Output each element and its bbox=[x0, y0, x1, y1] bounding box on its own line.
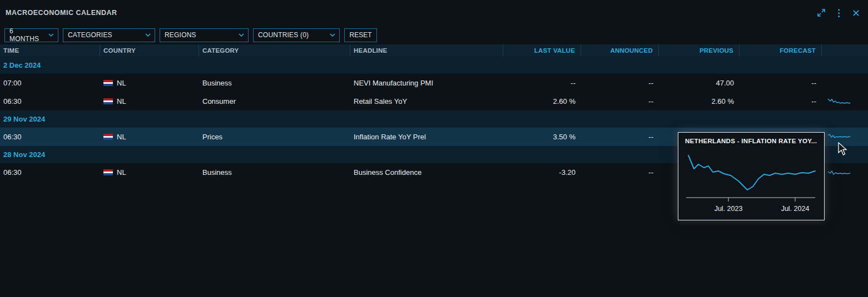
country-code: NL bbox=[117, 79, 126, 87]
history-sparkline-icon bbox=[827, 133, 851, 141]
expand-icon[interactable] bbox=[817, 7, 826, 18]
column-header-announced[interactable]: ANNOUNCED bbox=[581, 44, 659, 57]
country-cell: NL bbox=[100, 168, 199, 177]
headline-cell: Retail Sales YoY bbox=[350, 97, 503, 105]
table-row[interactable]: 07:00 NL Business NEVI Manufacturing PMI… bbox=[0, 74, 868, 92]
country-cell: NL bbox=[100, 133, 199, 141]
title-bar: MACROECONOMIC CALENDAR ⋮ bbox=[0, 0, 868, 26]
column-header-country[interactable]: COUNTRY bbox=[100, 44, 199, 57]
headline-cell: Inflation Rate YoY Prel bbox=[350, 133, 503, 141]
chevron-down-icon bbox=[145, 33, 151, 37]
tooltip-axis-label-left: Jul. 2023 bbox=[715, 205, 743, 213]
flag-nl-icon bbox=[103, 134, 113, 140]
sparkline-cell[interactable] bbox=[822, 133, 868, 141]
headline-cell: Business Confidence bbox=[350, 168, 503, 177]
country-cell: NL bbox=[100, 97, 199, 105]
categories-dropdown-label: CATEGORIES bbox=[68, 31, 112, 39]
categories-dropdown[interactable]: CATEGORIES bbox=[63, 28, 155, 42]
sparkline-cell[interactable] bbox=[822, 168, 868, 177]
time-cell: 06:30 bbox=[0, 133, 100, 141]
history-sparkline-icon bbox=[827, 97, 851, 105]
regions-dropdown-label: REGIONS bbox=[165, 31, 196, 39]
macro-calendar-panel: MACROECONOMIC CALENDAR ⋮ 6 MONTHS CATEGO… bbox=[0, 0, 868, 297]
chevron-down-icon bbox=[239, 33, 244, 37]
chevron-down-icon bbox=[48, 33, 54, 37]
last-value-cell: 3.50 % bbox=[503, 133, 581, 141]
last-value-cell: -3.20 bbox=[503, 168, 581, 177]
column-header-previous[interactable]: PREVIOUS bbox=[659, 44, 740, 57]
countries-dropdown[interactable]: COUNTRIES (0) bbox=[253, 28, 340, 42]
column-header-category[interactable]: CATEGORY bbox=[199, 44, 350, 57]
column-header-sparkline bbox=[822, 44, 868, 57]
time-cell: 07:00 bbox=[0, 79, 100, 87]
category-cell: Prices bbox=[199, 133, 350, 141]
tooltip-title: NETHERLANDS - INFLATION RATE YOY... bbox=[678, 133, 824, 145]
time-cell: 06:30 bbox=[0, 97, 100, 105]
date-label: 28 Nov 2024 bbox=[3, 150, 45, 159]
filter-bar: 6 MONTHS CATEGORIES REGIONS COUNTRIES (0… bbox=[0, 26, 868, 44]
category-cell: Business bbox=[199, 168, 350, 177]
table-row[interactable]: 06:30 NL Consumer Retail Sales YoY 2.60 … bbox=[0, 92, 868, 110]
flag-nl-icon bbox=[103, 80, 113, 86]
date-label: 29 Nov 2024 bbox=[3, 115, 45, 123]
reset-button[interactable]: RESET bbox=[344, 28, 377, 42]
country-code: NL bbox=[117, 97, 126, 105]
flag-nl-icon bbox=[103, 169, 113, 175]
sparkline-cell[interactable] bbox=[822, 97, 868, 105]
regions-dropdown[interactable]: REGIONS bbox=[160, 28, 249, 42]
previous-cell: 2.60 % bbox=[659, 97, 740, 105]
close-icon[interactable] bbox=[852, 7, 860, 18]
country-code: NL bbox=[117, 168, 126, 177]
category-cell: Business bbox=[199, 79, 350, 87]
announced-cell: -- bbox=[581, 168, 659, 177]
period-dropdown[interactable]: 6 MONTHS bbox=[4, 28, 58, 42]
overflow-menu-icon[interactable]: ⋮ bbox=[834, 7, 844, 18]
country-cell: NL bbox=[100, 79, 199, 87]
forecast-cell: -- bbox=[740, 97, 822, 105]
last-value-cell: 2.60 % bbox=[503, 97, 581, 105]
column-header-time[interactable]: TIME bbox=[0, 44, 100, 57]
chevron-down-icon bbox=[330, 33, 335, 37]
panel-title: MACROECONOMIC CALENDAR bbox=[6, 9, 117, 17]
history-sparkline-icon bbox=[827, 168, 851, 177]
date-group-row: 29 Nov 2024 bbox=[0, 110, 868, 128]
column-header-last-value[interactable]: LAST VALUE bbox=[503, 44, 581, 57]
window-controls: ⋮ bbox=[817, 7, 860, 18]
date-label: 2 Dec 2024 bbox=[3, 61, 41, 69]
tooltip-line-chart: Jul. 2023 Jul. 2024 bbox=[678, 147, 824, 217]
announced-cell: -- bbox=[581, 97, 659, 105]
time-cell: 06:30 bbox=[0, 168, 100, 177]
forecast-cell: -- bbox=[740, 79, 822, 87]
date-group-row: 2 Dec 2024 bbox=[0, 57, 868, 74]
announced-cell: -- bbox=[581, 133, 659, 141]
chart-tooltip: NETHERLANDS - INFLATION RATE YOY... Jul.… bbox=[678, 132, 825, 220]
column-header-forecast[interactable]: FORECAST bbox=[740, 44, 822, 57]
period-dropdown-label: 6 MONTHS bbox=[9, 27, 44, 43]
countries-dropdown-label: COUNTRIES (0) bbox=[258, 31, 309, 39]
table-header: TIME COUNTRY CATEGORY HEADLINE LAST VALU… bbox=[0, 44, 868, 57]
column-header-headline[interactable]: HEADLINE bbox=[350, 44, 503, 57]
category-cell: Consumer bbox=[199, 97, 350, 105]
country-code: NL bbox=[117, 133, 126, 141]
previous-cell: 47.00 bbox=[659, 79, 740, 87]
flag-nl-icon bbox=[103, 98, 113, 104]
last-value-cell: -- bbox=[503, 79, 581, 87]
headline-cell: NEVI Manufacturing PMI bbox=[350, 79, 503, 87]
announced-cell: -- bbox=[581, 79, 659, 87]
tooltip-axis-label-right: Jul. 2024 bbox=[781, 205, 810, 213]
